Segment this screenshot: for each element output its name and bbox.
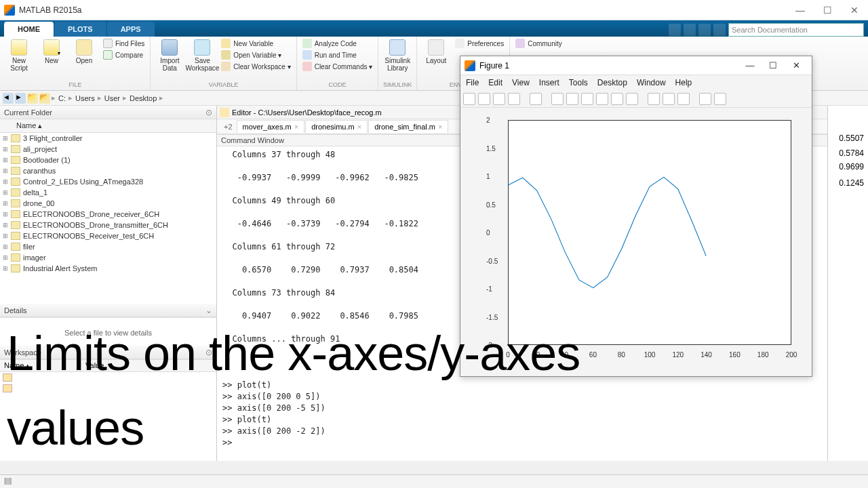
file-row[interactable]: ⊞drone_00	[0, 198, 216, 209]
file-row[interactable]: ⊞filer	[0, 241, 216, 252]
figure-menu-item[interactable]: File	[466, 78, 479, 87]
up-icon[interactable]: 📁	[27, 93, 38, 104]
rotate-icon[interactable]	[596, 93, 608, 105]
search-documentation-input[interactable]: Search Documentation	[728, 23, 864, 37]
pointer-icon[interactable]	[530, 93, 542, 105]
figure-menu-item[interactable]: Help	[675, 78, 692, 87]
expand-icon[interactable]: ⊞	[3, 211, 11, 218]
pan-icon[interactable]	[581, 93, 593, 105]
community-button[interactable]: Community	[514, 38, 564, 49]
expand-icon[interactable]: ⌄	[205, 306, 212, 315]
expand-icon[interactable]: ⊞	[3, 243, 11, 250]
file-row[interactable]: ⊞3 Flight_controller	[0, 133, 216, 144]
link-icon[interactable]	[648, 93, 660, 105]
simulink-library-button[interactable]: Simulink Library	[382, 38, 412, 72]
tab-apps[interactable]: APPS	[107, 22, 155, 37]
figure-menu-item[interactable]: Edit	[488, 78, 502, 87]
name-column-header[interactable]: Name ▴	[0, 119, 216, 133]
layout-button[interactable]: Layout	[421, 38, 451, 64]
preferences-button[interactable]: Preferences	[454, 38, 505, 49]
file-row[interactable]: ⊞Bootloader (1)	[0, 155, 216, 165]
expand-icon[interactable]: ⊞	[3, 178, 11, 185]
breadcrumb-item[interactable]: User	[103, 94, 121, 102]
new-figure-icon[interactable]	[463, 93, 475, 105]
shortcut-icon[interactable]	[698, 24, 711, 36]
ws-name-header[interactable]: Name ▴	[0, 360, 81, 371]
figure-menu-item[interactable]: Window	[637, 78, 666, 87]
run-and-time-button[interactable]: Run and Time	[301, 49, 374, 60]
shortcut-icon[interactable]	[684, 24, 696, 36]
close-tab-icon[interactable]: ×	[357, 123, 361, 131]
compare-button[interactable]: Compare	[102, 49, 146, 60]
figure-menu-item[interactable]: Tools	[569, 78, 588, 87]
hide-tools-icon[interactable]	[699, 93, 711, 105]
ws-value-header[interactable]: Value	[81, 360, 108, 371]
shortcut-icon[interactable]	[669, 24, 681, 36]
file-row[interactable]: ⊞delta_1	[0, 187, 216, 198]
legend-icon[interactable]	[677, 93, 690, 105]
editor-tab[interactable]: drone_sim_final.m×	[368, 120, 448, 133]
file-row[interactable]: ⊞caranthus	[0, 165, 216, 176]
expand-icon[interactable]: ⊞	[3, 135, 11, 142]
expand-icon[interactable]: ⊞	[3, 189, 11, 196]
import-data-button[interactable]: Import Data	[155, 38, 184, 72]
figure-minimize-button[interactable]: —	[738, 60, 762, 70]
save-workspace-button[interactable]: Save Workspace	[187, 38, 217, 72]
forward-icon[interactable]: ►	[15, 93, 26, 104]
panel-menu-icon[interactable]: ⊙	[205, 348, 212, 357]
tab-home[interactable]: HOME	[4, 22, 54, 37]
file-row[interactable]: ⊞Control_2_LEDs Using_ATmega328	[0, 176, 216, 187]
plot-axes[interactable]	[508, 120, 791, 345]
open-variable-button[interactable]: Open Variable ▾	[220, 49, 292, 60]
data-cursor-icon[interactable]	[611, 93, 623, 105]
zoom-in-icon[interactable]	[551, 93, 564, 105]
figure-maximize-button[interactable]: ☐	[762, 60, 785, 70]
expand-icon[interactable]: ⊞	[3, 232, 11, 239]
expand-icon[interactable]: ⊞	[3, 167, 11, 174]
new-button[interactable]: New	[37, 38, 66, 64]
file-row[interactable]: ⊞ELECTRONOOBS_Drone_receiver_6CH	[0, 209, 216, 220]
figure-close-button[interactable]: ✕	[785, 60, 808, 70]
breadcrumb-item[interactable]: Users	[74, 94, 96, 102]
colorbar-icon[interactable]	[663, 93, 675, 105]
file-row[interactable]: ⊞ELECTRONOOBS_Receiver_test_6CH	[0, 230, 216, 241]
show-tools-icon[interactable]	[714, 93, 726, 105]
expand-icon[interactable]: ⊞	[3, 146, 11, 152]
analyze-code-button[interactable]: Analyze Code	[301, 38, 374, 49]
file-row[interactable]: ⊞imager	[0, 252, 216, 263]
back-icon[interactable]: ◄	[3, 93, 14, 104]
clear-workspace-button[interactable]: Clear Workspace ▾	[220, 61, 292, 72]
clear-commands-button[interactable]: Clear Commands ▾	[301, 61, 374, 72]
workspace-row[interactable]	[0, 372, 216, 383]
expand-icon[interactable]: ⊞	[3, 254, 11, 261]
figure-titlebar[interactable]: Figure 1 — ☐ ✕	[460, 56, 812, 75]
editor-tab[interactable]: dronesimu.m×	[305, 120, 368, 133]
find-files-button[interactable]: Find Files	[102, 38, 146, 49]
workspace-row[interactable]	[0, 383, 216, 394]
new-script-button[interactable]: New Script	[4, 38, 34, 72]
figure-window[interactable]: Figure 1 — ☐ ✕ FileEditViewInsertToolsDe…	[460, 56, 812, 377]
expand-icon[interactable]: ⊞	[3, 200, 11, 207]
open-button[interactable]: Open	[69, 38, 99, 64]
close-tab-icon[interactable]: ×	[294, 123, 298, 131]
editor-tab[interactable]: mover_axes.m×	[237, 120, 305, 133]
tab-plots[interactable]: PLOTS	[54, 22, 106, 37]
browse-icon[interactable]: 📂	[39, 93, 50, 104]
minimize-button[interactable]: —	[787, 0, 814, 20]
breadcrumb-item[interactable]: Desktop	[128, 94, 158, 102]
breadcrumb-drive[interactable]: C:	[57, 94, 67, 102]
maximize-button[interactable]: ☐	[814, 0, 841, 20]
print-icon[interactable]	[508, 93, 520, 105]
figure-menu-item[interactable]: View	[512, 78, 530, 87]
file-row[interactable]: ⊞Industrial Alert System	[0, 263, 216, 274]
file-row[interactable]: ⊞ELECTRONOOBS_Drone_transmitter_6CH	[0, 220, 216, 230]
brush-icon[interactable]	[626, 93, 638, 105]
close-button[interactable]: ✕	[841, 0, 868, 20]
file-row[interactable]: ⊞ali_project	[0, 144, 216, 155]
new-variable-button[interactable]: New Variable	[220, 38, 292, 49]
figure-menu-item[interactable]: Desktop	[597, 78, 627, 87]
open-icon[interactable]	[478, 93, 490, 105]
figure-menu-item[interactable]: Insert	[539, 78, 559, 87]
zoom-out-icon[interactable]	[566, 93, 578, 105]
expand-icon[interactable]: ⊞	[3, 157, 11, 163]
